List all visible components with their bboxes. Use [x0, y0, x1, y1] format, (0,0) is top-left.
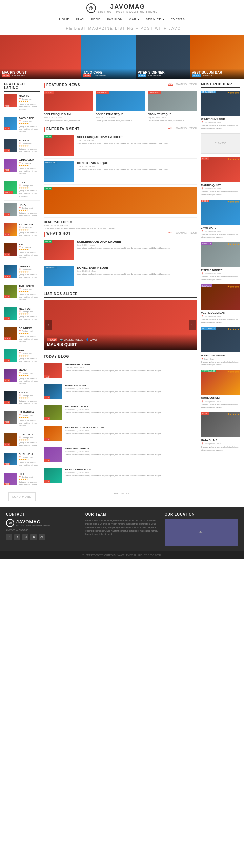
blog-thumb: FOOD [44, 426, 62, 441]
listing-item-6[interactable]: Food SATURDAY 📍 SouthMark ★★★★☆ Quisque … [4, 223, 40, 240]
listing-name: MANY [19, 369, 40, 372]
footer-location-title: OUR LOCATION [165, 512, 238, 516]
footer-linkedin-icon[interactable]: in [30, 534, 37, 540]
news-item-1[interactable]: DINING SCELERISQUE DIAM June 5, 2014 • J… [44, 91, 93, 122]
listing-item-13[interactable]: Food MANY 📍 Darlinghurst ★★★★★ Quisque v… [4, 369, 40, 388]
footer-twitter-icon[interactable]: t [14, 534, 20, 540]
listing-desc: Quisque vel sem ac enim facilisis ultric… [19, 481, 40, 486]
blog-item-3[interactable]: FOOD PRAESENTIUM VOLUPTATUM November 21,… [44, 426, 197, 444]
tab-tech-hot[interactable]: TECH [189, 231, 197, 234]
listing-stars: ★★★★☆ [19, 397, 40, 399]
listing-desc: Quisque vel sem ac enim facilisis ultric… [19, 442, 40, 447]
news-title-1: SCELERISQUE DIAM [44, 113, 93, 116]
popular-item-2[interactable]: FOOD ★★★★★ JAVO CAFE 📍 Camberwell • Javo… [201, 200, 240, 239]
listing-item-0[interactable]: Food MAURIS 📍 Camberwell ★★★★★ Quisque v… [4, 94, 40, 114]
popular-item-5[interactable]: IT BUSINESS ★★★★★ WINDY AND FOOD 📍 Javo … [201, 327, 240, 366]
slider-prev[interactable]: ‹ [45, 320, 52, 330]
today-blog-load-more[interactable]: LOAD MORE [107, 489, 134, 498]
listing-item-11[interactable]: Place DRINKING 📍 Darlinghurst ★★★★★ Quis… [4, 327, 40, 346]
blog-item-5[interactable]: FOOD ET DOLORUM FUGA November 21, 2016 •… [44, 468, 197, 486]
popular-item-7[interactable]: FOOD ★★★★★ HATA CHAIR 📍 Darlinghurst • J… [201, 412, 240, 451]
nav-food[interactable]: FOOD [91, 18, 101, 21]
listing-thumb: Food [4, 307, 17, 320]
listing-item-17[interactable]: Food CURL UP & 📍 Darlinghurst ★★★★☆ Quis… [4, 453, 40, 470]
blog-date: November 21, 2016 • Javo [65, 472, 197, 474]
listing-item-8[interactable]: Place LIBERTY 📍 Camberwell ★★★★☆ Quisque… [4, 265, 40, 282]
site-footer: CONTACT @ JAVOMAG LISTING · POST MAGAZIN… [0, 507, 244, 551]
tab-all-news[interactable]: ALL [168, 82, 173, 86]
whats-hot-title: WHAT'S HOT [44, 232, 71, 237]
listing-loc: 📍 Darlinghurst [19, 330, 40, 332]
listing-item-18[interactable]: Food HILL 📍 Darlinghurst ★★★★☆ Quisque v… [4, 473, 40, 489]
news-item-2[interactable]: BUSINESS DONEC ENIM NEQUE June 12, 2013 … [96, 91, 145, 122]
listing-desc: Quisque vel sem ac enim facilisis ultric… [19, 419, 40, 427]
ent-item-2[interactable]: BUSINESS DONEC ENIM NEQUE June 10, 2013 … [44, 161, 197, 185]
nav-fashion[interactable]: FASHION [107, 18, 123, 21]
ent-title-2: DONEC ENIM NEQUE [77, 161, 197, 165]
listing-loc: 📍 Camberwell [19, 142, 40, 145]
nav-home[interactable]: HOME [59, 18, 69, 21]
footer-gplus-icon[interactable]: G+ [22, 534, 28, 540]
hot-item-2[interactable]: BUSINESS DONEC ENIM NEQUE June 10, 2013 … [44, 266, 197, 289]
tab-tech-ent[interactable]: TECH [189, 127, 197, 130]
slider-next[interactable]: › [189, 320, 196, 330]
popular-item-6[interactable]: TRAVELLING ★★★★★ COOL SUNSET 📍 Darlinghu… [201, 370, 240, 409]
popular-item-0[interactable]: IT BUSINESS ★★★★★ WINDY AND FOOD 📍 Cambe… [201, 91, 240, 130]
listing-stars: ★★★★☆ [19, 355, 40, 357]
nav-map[interactable]: MAP ▾ [129, 18, 140, 21]
featured-news-tabs: ALL GAMING TECH [168, 82, 197, 86]
content-center: FEATURED NEWS ALL GAMING TECH DINING SCE… [44, 82, 197, 504]
nav-service[interactable]: SERVICE ▾ [146, 18, 165, 21]
footer-facebook-icon[interactable]: f [6, 534, 12, 540]
listing-thumb: Food [4, 391, 17, 404]
listing-item-7[interactable]: Food BED 📍 SouthMark ★★★★★ Quisque vel s… [4, 243, 40, 262]
listing-item-4[interactable]: Fashion COOL 📍 Darlinghurst ★★★★★ Quisqu… [4, 181, 40, 201]
site-logo[interactable]: @ JAVOMAG LISTING · POST MAGAZINE THEME [0, 3, 244, 13]
hero-item-3[interactable]: PITER'S DINNER Place Camberwell [136, 35, 190, 79]
tab-gaming-news[interactable]: GAMING [176, 83, 187, 86]
hero-item-2[interactable]: JAVO CAFE Food Camberwell [81, 35, 136, 79]
listing-item-15[interactable]: Food HAIRANOIA 📍 Darlinghurst ★★★★★ Quis… [4, 411, 40, 430]
popular-item-1[interactable]: FOOD ★★★★★ MAURIS QUIST 📍 Camberwell • J… [201, 157, 240, 196]
hot-item-1[interactable]: FOOD SCELERISQUE DIAM LAOREET June 5, 20… [44, 240, 197, 263]
listing-item-16[interactable]: Food CURL UP & 📍 Darlinghurst ★★★★☆ Quis… [4, 433, 40, 450]
popular-title: COOL SUNSET [201, 396, 240, 399]
tab-all-ent[interactable]: ALL [168, 127, 173, 130]
blog-item-0[interactable]: FOOD GENERATE LOREM June 10, 2014 • Javo… [44, 363, 197, 381]
slider-container: ‹ › FOOD 📷 CAMBERWELL 👤 JAVO MAURIS QUIS… [44, 300, 197, 350]
popular-item-4[interactable]: FAMOUS ★★★★★ VESTIBULUM BAR 📍 Camberwell… [201, 284, 240, 324]
listing-item-14[interactable]: Food SALT & 📍 Darlinghurst ★★★★☆ Quisque… [4, 391, 40, 408]
hero-item-1[interactable]: MAURIS QUIST Food Camberwell [0, 35, 81, 79]
blog-item-1[interactable]: FOOD BORN AND I WILL November 21, 2016 •… [44, 384, 197, 402]
listing-item-12[interactable]: Food THE 📍 Camberwell ★★★★☆ Quisque vel … [4, 349, 40, 366]
nav-events[interactable]: EVENTS [171, 18, 185, 21]
listing-item-5[interactable]: Food HATA 📍 Darlinghurst ★★★★☆ Quisque v… [4, 203, 40, 220]
ent-item-1[interactable]: FOOD SCELERISQUE DIAM LAOREET June 5, 20… [44, 135, 197, 159]
listing-item-10[interactable]: Food MEET US 📍 Darlinghurst ★★★★☆ Quisqu… [4, 307, 40, 324]
nav-play[interactable]: PLAY [76, 18, 84, 21]
footer-instagram-icon[interactable]: @ [39, 534, 45, 540]
tab-gaming-hot[interactable]: GAMING [176, 231, 187, 234]
tab-tech-news[interactable]: TECH [189, 83, 197, 86]
popular-desc: Quisque vel sem ac enim facilisis ultric… [201, 403, 240, 409]
footer-logo-name: JAVOMAG [16, 519, 50, 524]
listing-item-9[interactable]: Food THE LION'S 📍 Camberwell ★★★★★ Quisq… [4, 285, 40, 304]
hero-item-4[interactable]: VESTIBULUM BAR Place SouthMark [190, 35, 244, 79]
listing-item-1[interactable]: Food JAVO CAFE 📍 Camberwell ★★★★★ Quisqu… [4, 117, 40, 136]
tab-gaming-ent[interactable]: GAMING [176, 127, 187, 130]
featured-news-section: FEATURED NEWS ALL GAMING TECH DINING SCE… [44, 82, 197, 122]
news-item-3[interactable]: BUSINESS PROIN TRISTIQUE May 10, 2014 • … [148, 91, 197, 122]
listing-item-3[interactable]: Food WINDY AND 📍 SouthMark ★★★★★ Quisque… [4, 159, 40, 178]
footer-logo-icon: @ [6, 519, 14, 527]
site-header: @ JAVOMAG LISTING · POST MAGAZINE THEME … [0, 0, 244, 22]
blog-item-4[interactable]: FOOD OFFICIUS DEBITIS November 31, 2016 … [44, 447, 197, 465]
hero-section: MAURIS QUIST Food Camberwell JAVO CAFE F… [0, 35, 244, 79]
popular-item-3[interactable]: FAMOUS ★★★★★ PITER'S DINNER 📍 Camberwell… [201, 242, 240, 281]
listing-loc: 📍 Camberwell [19, 288, 40, 290]
featured-listing-load-more[interactable]: LOAD MORE [8, 492, 36, 501]
listing-item-2[interactable]: Food PITER'S 📍 Camberwell ★★★★☆ Quisque … [4, 139, 40, 156]
blog-item-2[interactable]: FOOD BECAUSE THOSE November 21, 2016 • J… [44, 405, 197, 423]
ent-item-3[interactable]: FOOD [44, 187, 197, 218]
tab-all-hot[interactable]: ALL [168, 231, 173, 234]
footer-logo-sub: LISTING · POST MAGAZINE THEME [16, 524, 50, 526]
